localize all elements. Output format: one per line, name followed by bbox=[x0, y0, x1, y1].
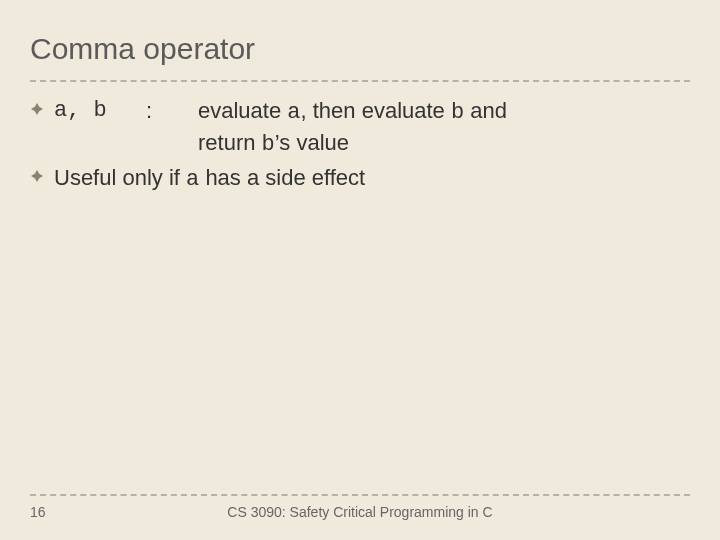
page-number: 16 bbox=[30, 504, 80, 520]
text: return bbox=[198, 130, 262, 155]
bullet-item: a, b : evaluate a, then evaluate b and r… bbox=[30, 96, 690, 159]
text: and bbox=[464, 98, 507, 123]
text: ’s value bbox=[275, 130, 349, 155]
desc-line-2: return b’s value bbox=[198, 128, 690, 160]
text: has a side effect bbox=[199, 165, 365, 190]
desc-line-1: evaluate a, then evaluate b and bbox=[198, 96, 690, 128]
slide: Comma operator a, b : evaluate a, then e… bbox=[30, 22, 690, 520]
bullet-body: a, b : evaluate a, then evaluate b and r… bbox=[54, 96, 690, 159]
code-inline: b bbox=[451, 100, 464, 125]
bullet-marker-icon bbox=[30, 96, 54, 116]
text: , then evaluate bbox=[301, 98, 451, 123]
footer: 16 CS 3090: Safety Critical Programming … bbox=[30, 494, 690, 520]
bullet-body: Useful only if a has a side effect bbox=[54, 163, 690, 195]
content-area: a, b : evaluate a, then evaluate b and r… bbox=[30, 82, 690, 195]
separator: : bbox=[146, 96, 198, 128]
text: evaluate bbox=[198, 98, 287, 123]
slide-title: Comma operator bbox=[30, 22, 690, 82]
bullet-item: Useful only if a has a side effect bbox=[30, 163, 690, 195]
code-inline: b bbox=[262, 132, 275, 157]
footer-text: CS 3090: Safety Critical Programming in … bbox=[80, 504, 640, 520]
code-expr: a, b bbox=[54, 96, 146, 128]
code-inline: a bbox=[186, 167, 199, 192]
bullet-marker-icon bbox=[30, 163, 54, 183]
text: Useful only if bbox=[54, 165, 186, 190]
code-inline: a bbox=[287, 100, 300, 125]
